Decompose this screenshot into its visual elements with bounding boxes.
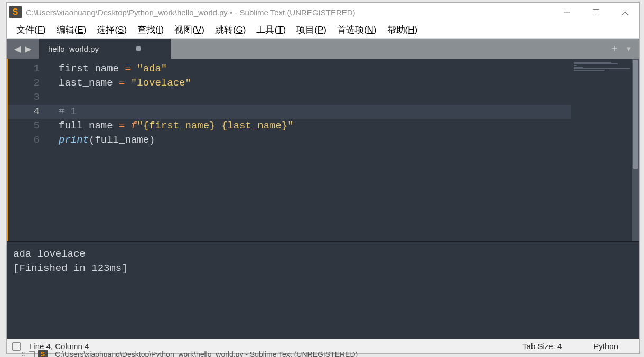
titlebar[interactable]: S C:\Users\xiaohuang\Desktop\Python_work… — [7, 3, 639, 22]
code-line[interactable]: # 1 — [49, 105, 571, 119]
app-window: S C:\Users\xiaohuang\Desktop\Python_work… — [6, 2, 640, 354]
minimap[interactable] — [571, 59, 639, 241]
menu-f[interactable]: 文件(F) — [11, 22, 51, 38]
line-number[interactable]: 1 — [8, 62, 49, 76]
menu-i[interactable]: 查找(I) — [132, 22, 169, 38]
tab-active[interactable]: hello_world.py — [39, 39, 171, 59]
tab-bar: ◀ ▶ hello_world.py + ▼ — [7, 39, 639, 59]
taskbar-preview: ⠿ S C:\Users\xiaohuang\Desktop\Python_wo… — [21, 350, 358, 357]
tab-label: hello_world.py — [48, 44, 99, 53]
new-tab-icon[interactable]: + — [611, 43, 618, 55]
line-number[interactable]: 4 — [8, 105, 49, 119]
tab-dirty-indicator-icon — [136, 46, 141, 51]
code-line[interactable]: full_name = f"{first_name} {last_name}" — [59, 119, 571, 133]
window-title: C:\Users\xiaohuang\Desktop\Python_work\h… — [26, 8, 552, 17]
code-line[interactable]: last_name = "lovelace" — [59, 76, 571, 90]
window-controls — [552, 3, 639, 22]
line-number[interactable]: 6 — [8, 133, 49, 147]
tab-prev-icon[interactable]: ◀ — [14, 44, 21, 54]
line-number[interactable]: 3 — [8, 90, 49, 105]
code-line[interactable]: print(full_name) — [59, 133, 571, 147]
menu-g[interactable]: 跳转(G) — [210, 22, 251, 38]
menu-s[interactable]: 选择(S) — [91, 22, 132, 38]
editor-pane: 123456 first_name = "ada"last_name = "lo… — [7, 59, 639, 241]
tab-size[interactable]: Tab Size: 4 — [522, 342, 562, 351]
close-button[interactable] — [610, 3, 639, 22]
menu-h[interactable]: 帮助(H) — [382, 22, 423, 38]
menu-n[interactable]: 首选项(N) — [332, 22, 382, 38]
menu-v[interactable]: 视图(V) — [169, 22, 210, 38]
menu-p[interactable]: 项目(P) — [291, 22, 332, 38]
tab-nav-arrows[interactable]: ◀ ▶ — [7, 39, 39, 59]
menu-e[interactable]: 编辑(E) — [51, 22, 92, 38]
scroll-thumb[interactable] — [633, 60, 638, 169]
tab-bar-actions: + ▼ — [611, 39, 639, 59]
editor-area: 123456 first_name = "ada"last_name = "lo… — [7, 59, 639, 339]
svg-rect-1 — [593, 10, 599, 15]
app-icon: S — [9, 6, 22, 18]
tab-menu-icon[interactable]: ▼ — [625, 45, 632, 53]
code-line[interactable] — [59, 90, 571, 105]
output-pane[interactable]: ada lovelace [Finished in 123ms] — [7, 241, 639, 339]
code-line[interactable]: first_name = "ada" — [59, 62, 571, 76]
minimize-button[interactable] — [552, 3, 581, 22]
menu-t[interactable]: 工具(T) — [251, 22, 291, 38]
maximize-button[interactable] — [581, 3, 610, 22]
line-number[interactable]: 2 — [8, 76, 49, 90]
taskbar-title: C:\Users\xiaohuang\Desktop\Python_work\h… — [55, 350, 358, 357]
gutter[interactable]: 123456 — [7, 59, 49, 241]
tab-next-icon[interactable]: ▶ — [25, 44, 31, 54]
menubar: 文件(F)编辑(E)选择(S)查找(I)视图(V)跳转(G)工具(T)项目(P)… — [7, 22, 639, 39]
taskbar-app-icon: S — [38, 350, 48, 357]
line-number[interactable]: 5 — [8, 119, 49, 133]
code-editor[interactable]: first_name = "ada"last_name = "lovelace"… — [49, 59, 571, 241]
syntax-mode[interactable]: Python — [593, 342, 618, 351]
vertical-scrollbar[interactable] — [632, 59, 639, 241]
panel-switcher-icon[interactable] — [12, 342, 21, 351]
